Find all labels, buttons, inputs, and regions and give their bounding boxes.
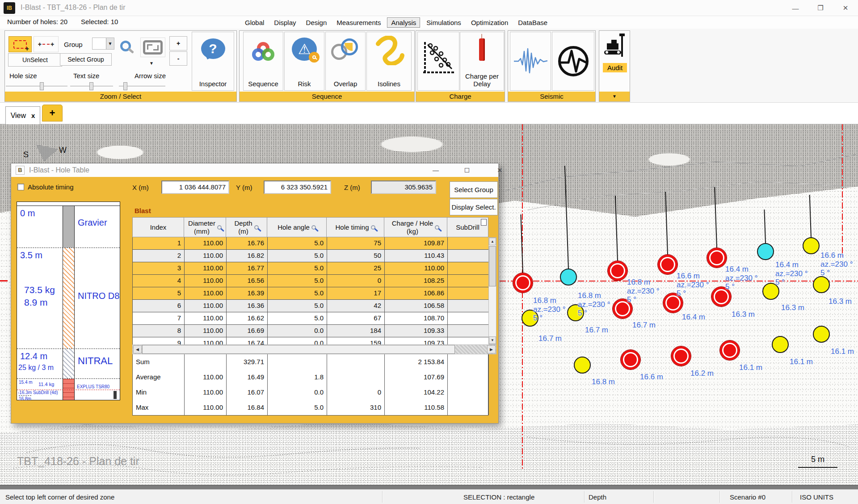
unselect-button[interactable]: UnSelect bbox=[8, 53, 62, 67]
table-row[interactable]: 8110.0016.690.0184109.33 bbox=[133, 325, 496, 337]
minimize-icon[interactable]: — bbox=[783, 0, 808, 16]
zoom-out-button[interactable]: - bbox=[169, 51, 187, 66]
filter-magnifier-icon[interactable] bbox=[217, 225, 222, 230]
col-header-index[interactable]: Index bbox=[132, 217, 184, 237]
blast-hole-cyan[interactable] bbox=[560, 269, 577, 286]
table-cell[interactable] bbox=[448, 250, 489, 262]
table-cell[interactable]: 0.0 bbox=[268, 325, 327, 337]
table-cell[interactable]: 25 bbox=[327, 262, 385, 275]
audit-button[interactable]: Audit bbox=[603, 63, 627, 72]
hole-size-slider[interactable] bbox=[6, 82, 67, 90]
table-cell[interactable]: 110.00 bbox=[385, 262, 448, 275]
blast-hole-red[interactable] bbox=[671, 346, 691, 366]
table-cell[interactable]: 17 bbox=[327, 287, 385, 300]
table-cell[interactable] bbox=[448, 300, 489, 312]
table-cell[interactable] bbox=[448, 275, 489, 287]
filter-magnifier-icon[interactable] bbox=[435, 225, 439, 230]
blast-hole-yellow[interactable] bbox=[803, 237, 820, 254]
table-cell[interactable]: 110.00 bbox=[185, 250, 227, 262]
group-dropdown[interactable]: ▼ bbox=[92, 38, 114, 50]
blast-hole-yellow[interactable] bbox=[772, 336, 789, 353]
table-cell[interactable]: 110.00 bbox=[185, 325, 227, 337]
text-size-slider[interactable] bbox=[70, 82, 113, 90]
table-cell[interactable]: 5 bbox=[133, 287, 185, 300]
x-coord-field[interactable]: 1 036 444.8077 bbox=[161, 181, 229, 194]
seismogram-button[interactable] bbox=[510, 32, 551, 91]
table-cell[interactable]: 5.0 bbox=[268, 250, 327, 262]
new-tab-button[interactable]: + bbox=[42, 105, 63, 122]
col-header-depth[interactable]: Depth (m) bbox=[226, 217, 267, 237]
hole-table-close-icon[interactable]: ✕ bbox=[493, 165, 506, 175]
tab-close-icon[interactable]: x bbox=[31, 112, 35, 119]
filter-magnifier-icon[interactable] bbox=[311, 225, 316, 230]
table-cell[interactable]: 16.76 bbox=[227, 237, 268, 250]
zoom-magnifier-icon[interactable] bbox=[120, 41, 131, 51]
hole-table-maximize-icon[interactable]: ☐ bbox=[460, 165, 474, 175]
table-row[interactable]: 7110.0016.625.067108.70 bbox=[133, 312, 496, 325]
blast-hole-red[interactable] bbox=[657, 254, 678, 275]
menu-item-database[interactable]: DataBase bbox=[514, 18, 551, 27]
display-select-button[interactable]: Display Select. bbox=[450, 199, 498, 215]
table-cell[interactable]: 6 bbox=[133, 300, 185, 312]
vertical-scrollbar[interactable]: ▲ ▼ bbox=[488, 237, 496, 344]
menu-item-global[interactable]: Global bbox=[241, 18, 268, 27]
table-cell[interactable]: 109.73 bbox=[385, 337, 448, 344]
blast-hole-red[interactable] bbox=[607, 260, 628, 281]
table-cell[interactable]: 5.0 bbox=[268, 275, 327, 287]
table-cell[interactable]: 110.00 bbox=[185, 300, 227, 312]
col-header-hole-angle[interactable]: Hole angle bbox=[267, 217, 327, 237]
maximize-icon[interactable]: ❐ bbox=[808, 0, 833, 16]
blast-hole-yellow[interactable] bbox=[813, 326, 830, 343]
table-row[interactable]: 2110.0016.825.050110.43 bbox=[133, 250, 496, 262]
table-row[interactable]: 3110.0016.775.025110.00 bbox=[133, 262, 496, 275]
table-cell[interactable]: 3 bbox=[133, 262, 185, 275]
hole-table-minimize-icon[interactable]: — bbox=[429, 165, 442, 175]
table-cell[interactable]: 7 bbox=[133, 312, 185, 325]
table-cell[interactable]: 67 bbox=[327, 312, 385, 325]
table-cell[interactable]: 108.25 bbox=[385, 275, 448, 287]
table-cell[interactable]: 42 bbox=[327, 300, 385, 312]
table-cell[interactable] bbox=[448, 262, 489, 275]
blast-hole-yellow[interactable] bbox=[574, 357, 591, 374]
table-cell[interactable]: 5.0 bbox=[268, 262, 327, 275]
menu-item-design[interactable]: Design bbox=[303, 18, 331, 27]
seismic-monitor-button[interactable] bbox=[552, 32, 594, 91]
fit-view-dropdown-icon[interactable]: ▼ bbox=[149, 59, 154, 66]
menu-item-optimization[interactable]: Optimization bbox=[467, 18, 512, 27]
col-header-subdrill[interactable]: SubDrill bbox=[447, 217, 488, 237]
table-row[interactable]: 6110.0016.365.042106.58 bbox=[133, 300, 496, 312]
menu-item-simulations[interactable]: Simulations bbox=[423, 18, 465, 27]
scroll-down-icon[interactable]: ▼ bbox=[489, 336, 496, 344]
select-group-window-button[interactable]: Select Group bbox=[450, 181, 498, 198]
table-cell[interactable]: 16.77 bbox=[227, 262, 268, 275]
table-cell[interactable] bbox=[448, 287, 489, 300]
table-cell[interactable]: 5.0 bbox=[268, 237, 327, 250]
select-group-button[interactable]: Select Group bbox=[60, 53, 112, 66]
table-cell[interactable]: 5.0 bbox=[268, 300, 327, 312]
table-row[interactable]: 1110.0016.765.075109.87 bbox=[133, 237, 496, 250]
table-cell[interactable]: 110.00 bbox=[185, 287, 227, 300]
table-row[interactable]: 5110.0016.395.017106.86 bbox=[133, 287, 496, 300]
menu-item-measurements[interactable]: Measurements bbox=[333, 18, 384, 27]
scroll-right-icon[interactable]: ▶ bbox=[487, 345, 496, 353]
blast-hole-red[interactable] bbox=[620, 349, 641, 370]
zoom-in-button[interactable]: + bbox=[169, 36, 187, 50]
fit-view-button[interactable] bbox=[140, 38, 165, 57]
blast-hole-yellow[interactable] bbox=[813, 276, 830, 293]
table-cell[interactable]: 109.33 bbox=[385, 325, 448, 337]
table-cell[interactable]: 109.87 bbox=[385, 237, 448, 250]
table-cell[interactable]: 16.36 bbox=[227, 300, 268, 312]
col-header-charge[interactable]: Charge / Hole (kg) bbox=[384, 217, 447, 237]
table-cell[interactable]: 110.00 bbox=[185, 337, 227, 344]
blast-hole-red[interactable] bbox=[513, 273, 533, 293]
absolute-timing-checkbox[interactable]: Absolute timing bbox=[17, 183, 74, 191]
table-cell[interactable]: 106.58 bbox=[385, 300, 448, 312]
hole-table-window[interactable]: B I-Blast - Hole Table — ☐ ✕ Absolute ti… bbox=[11, 163, 499, 424]
y-coord-field[interactable]: 6 323 350.5921 bbox=[264, 181, 331, 194]
menu-item-analysis[interactable]: Analysis bbox=[387, 17, 420, 28]
blast-hole-cyan[interactable] bbox=[757, 243, 774, 260]
blast-hole-red[interactable] bbox=[707, 248, 727, 268]
blast-hole-red[interactable] bbox=[719, 340, 740, 361]
table-cell[interactable]: 16.69 bbox=[227, 325, 268, 337]
table-cell[interactable] bbox=[448, 237, 489, 250]
